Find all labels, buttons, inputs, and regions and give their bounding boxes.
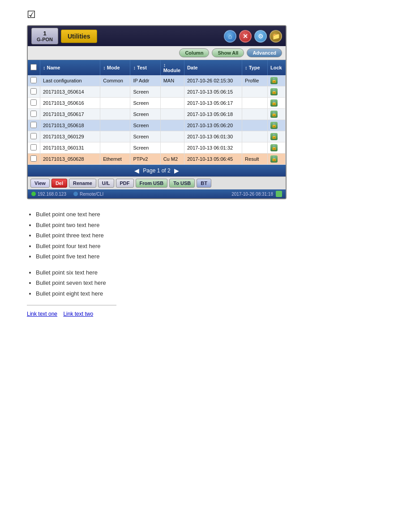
status-dot-ip: [31, 192, 36, 196]
select-all-checkbox[interactable]: [30, 64, 37, 70]
row-checkbox-0[interactable]: [30, 77, 37, 83]
table-row: Last configuration Common IP Addr MAN 20…: [28, 75, 286, 86]
row-checkbox-cell[interactable]: [28, 109, 40, 120]
row-checkbox-cell[interactable]: [28, 98, 40, 109]
row-checkbox-7[interactable]: [30, 155, 37, 162]
row-type: [242, 109, 268, 120]
row-test: Screen: [130, 109, 160, 120]
pdf-button[interactable]: PDF: [116, 179, 134, 188]
row-module: [160, 109, 184, 120]
row-checkbox-cell[interactable]: [28, 75, 40, 86]
bullet-list-2: Bullet point six text hereBullet point s…: [36, 268, 402, 298]
folder-button[interactable]: 📁: [270, 30, 282, 43]
column-button[interactable]: Column: [179, 48, 209, 57]
header-checkbox[interactable]: [28, 60, 40, 75]
row-mode: [100, 98, 130, 109]
row-checkbox-cell[interactable]: [28, 142, 40, 154]
row-test: Screen: [130, 98, 160, 109]
header-module[interactable]: ↕ Module: [160, 60, 184, 75]
header-mode[interactable]: ↕ Mode: [100, 60, 130, 75]
gpon-tab-number: 1: [36, 30, 53, 37]
row-lock: 🔒: [267, 142, 285, 154]
next-page-button[interactable]: ▶: [174, 167, 179, 174]
row-checkbox-cell[interactable]: [28, 131, 40, 142]
row-checkbox-3[interactable]: [30, 111, 37, 117]
row-date: 2017-10-13 05:06:20: [184, 120, 242, 131]
status-dot-remote: [73, 192, 78, 196]
tousb-button[interactable]: To USB: [169, 179, 195, 188]
row-name: 20171013_050616: [40, 98, 100, 109]
row-module: MAN: [160, 75, 184, 86]
ul-button[interactable]: U/L: [98, 179, 114, 188]
gpon-tab[interactable]: 1 G-PON: [31, 28, 58, 44]
close-icon: ✕: [243, 33, 248, 40]
row-checkbox-6[interactable]: [30, 144, 37, 150]
row-test: Screen: [130, 131, 160, 142]
row-name: 20171013_060131: [40, 142, 100, 154]
lock-icon: 🔒: [270, 133, 278, 140]
bullet-item: Bullet point one text here: [36, 210, 402, 219]
row-name: Last configuration: [40, 75, 100, 86]
row-type: [242, 86, 268, 98]
row-module: Cu M2: [160, 154, 184, 165]
utilities-label: Utilities: [61, 30, 97, 43]
data-table: ↕ Name ↕ Mode ↕ Test ↕ Module Date ↕ Typ…: [28, 60, 286, 165]
lock-icon: 🔒: [270, 99, 278, 107]
toolbar-row: Column Show All Advanced: [28, 46, 286, 60]
rename-button[interactable]: Rename: [69, 179, 96, 188]
row-checkbox-cell[interactable]: [28, 86, 40, 98]
bullet-item: Bullet point five text here: [36, 252, 402, 261]
row-name: 20171013_060129: [40, 131, 100, 142]
header-type[interactable]: ↕ Type: [242, 60, 268, 75]
row-checkbox-cell[interactable]: [28, 154, 40, 165]
link-1[interactable]: Link text one: [27, 311, 57, 317]
bullet-list-1: Bullet point one text hereBullet point t…: [36, 210, 402, 261]
del-button[interactable]: Del: [51, 179, 67, 188]
status-datetime: 2017-10-26 08:31:18: [231, 192, 273, 197]
prev-page-button[interactable]: ◀: [134, 167, 139, 174]
row-checkbox-1[interactable]: [30, 88, 37, 94]
row-lock: 🔒: [267, 86, 285, 98]
row-test: Screen: [130, 142, 160, 154]
row-checkbox-4[interactable]: [30, 122, 37, 128]
bullet-item: Bullet point four text here: [36, 242, 402, 251]
row-mode: [100, 142, 130, 154]
row-module: [160, 142, 184, 154]
home-button[interactable]: ⌂: [224, 30, 236, 43]
row-module: [160, 131, 184, 142]
table-row: 20171013_060131 Screen 2017-10-13 06:01:…: [28, 142, 286, 154]
lock-icon: 🔒: [270, 88, 278, 95]
row-date: 2017-10-13 05:06:18: [184, 109, 242, 120]
bullet-item: Bullet point two text here: [36, 221, 402, 230]
header-test[interactable]: ↕ Test: [130, 60, 160, 75]
row-lock: 🔒: [267, 75, 285, 86]
row-module: [160, 120, 184, 131]
view-button[interactable]: View: [30, 179, 50, 188]
row-mode: Common: [100, 75, 130, 86]
row-checkbox-2[interactable]: [30, 99, 37, 106]
row-mode: [100, 86, 130, 98]
status-bar: 192.168.0.123 Remote/CLI 2017-10-26 08:3…: [28, 189, 286, 198]
header-name[interactable]: ↕ Name: [40, 60, 100, 75]
close-button[interactable]: ✕: [239, 30, 252, 43]
row-checkbox-5[interactable]: [30, 133, 37, 139]
settings-button[interactable]: ⚙: [254, 30, 267, 43]
row-type: [242, 120, 268, 131]
row-lock: 🔒: [267, 154, 285, 165]
bt-button[interactable]: BT: [197, 179, 211, 188]
table-row: 20171013_050616 Screen 2017-10-13 05:06:…: [28, 98, 286, 109]
show-all-button[interactable]: Show All: [212, 48, 244, 57]
lock-icon: 🔒: [270, 111, 278, 118]
status-connection: Remote/CLI: [73, 192, 103, 197]
row-date: 2017-10-13 06:01:30: [184, 131, 242, 142]
row-test: IP Addr: [130, 75, 160, 86]
advanced-button[interactable]: Advanced: [247, 48, 282, 57]
row-type: [242, 131, 268, 142]
header-lock: Lock: [267, 60, 285, 75]
row-checkbox-cell[interactable]: [28, 120, 40, 131]
link-2[interactable]: Link text two: [63, 311, 93, 317]
lock-icon: 🔒: [270, 144, 278, 151]
header-date: Date: [184, 60, 242, 75]
row-module: [160, 86, 184, 98]
fromusb-button[interactable]: From USB: [136, 179, 168, 188]
